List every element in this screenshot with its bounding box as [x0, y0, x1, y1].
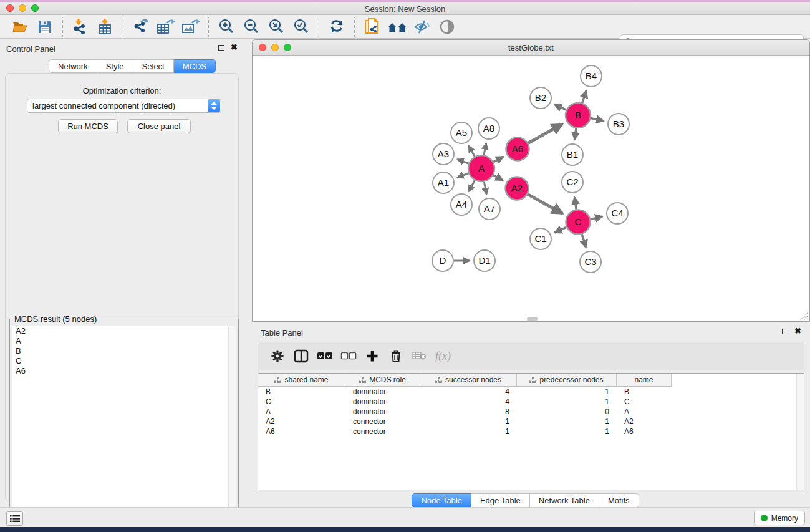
table-cell[interactable]: dominator — [345, 387, 420, 396]
table-cell[interactable]: 1 — [420, 427, 517, 436]
table-cell[interactable]: connector — [345, 417, 420, 426]
close-panel-button[interactable]: Close panel — [127, 119, 191, 133]
table-cell[interactable]: 1 — [517, 397, 617, 406]
graph-edge-C-C1[interactable] — [554, 227, 566, 233]
table-cell[interactable]: 8 — [420, 407, 517, 416]
table-cell[interactable]: A2 — [258, 417, 345, 426]
hide-panel-button[interactable] — [411, 17, 433, 37]
table-cell[interactable]: 1 — [517, 387, 617, 396]
tab-select[interactable]: Select — [133, 59, 174, 73]
table-cell[interactable]: C — [617, 397, 672, 406]
graph-edge-A-A7[interactable] — [484, 182, 486, 195]
graph-edge-A2-C[interactable] — [528, 194, 562, 213]
apply-layout-button[interactable] — [325, 17, 348, 37]
table-cell[interactable]: C — [258, 397, 345, 406]
task-history-button[interactable] — [6, 511, 23, 526]
table-row[interactable]: A6connector11A6 — [258, 427, 804, 437]
table-cell[interactable]: 1 — [420, 417, 517, 426]
graph-edge-A-A4[interactable] — [469, 180, 475, 191]
export-table-button[interactable] — [155, 17, 177, 37]
graph-edge-B-B2[interactable] — [554, 104, 566, 110]
zoom-out-button[interactable] — [240, 17, 263, 37]
zoom-in-button[interactable] — [215, 17, 238, 37]
open-session-button[interactable] — [9, 17, 31, 37]
import-table-button[interactable] — [94, 17, 117, 37]
deselect-all-columns-button[interactable] — [338, 346, 359, 367]
column-header-predecessor-nodes[interactable]: predecessor nodes — [517, 374, 617, 387]
add-column-button[interactable] — [362, 346, 383, 367]
criterion-dropdown[interactable]: largest connected component (directed) — [27, 99, 221, 113]
mcds-result-item[interactable]: A — [12, 336, 236, 346]
float-panel-icon[interactable] — [218, 45, 224, 51]
graph-edge-C-C4[interactable] — [591, 216, 602, 219]
show-panel-button[interactable] — [436, 17, 458, 37]
delete-table-button[interactable] — [409, 346, 430, 367]
table-cell[interactable]: B — [258, 387, 345, 396]
table-row[interactable]: A2connector11A2 — [258, 417, 804, 427]
close-table-panel-icon[interactable]: ✖ — [794, 328, 801, 334]
resize-grip-icon[interactable] — [799, 311, 808, 321]
graph-edge-B-B3[interactable] — [591, 118, 604, 120]
tab-edge-table[interactable]: Edge Table — [471, 493, 530, 508]
new-network-document-button[interactable] — [361, 17, 383, 37]
graph-edge-A-A5[interactable] — [469, 146, 475, 157]
tab-motifs[interactable]: Motifs — [599, 493, 639, 508]
split-table-view-button[interactable] — [291, 346, 312, 367]
graph-edge-A-A8[interactable] — [484, 143, 486, 155]
graph-edge-C-C3[interactable] — [582, 235, 586, 248]
horizontal-scrollbar-thumb[interactable] — [527, 317, 538, 321]
table-cell[interactable]: dominator — [345, 397, 420, 406]
export-image-button[interactable] — [180, 17, 202, 37]
table-row[interactable]: Cdominator41C — [258, 397, 804, 407]
graph-edge-A-A6[interactable] — [493, 157, 503, 162]
graph-edge-A-A3[interactable] — [457, 159, 468, 163]
column-header-name[interactable]: name — [617, 374, 672, 387]
home-button[interactable] — [386, 17, 408, 37]
mcds-result-item[interactable]: C — [12, 356, 236, 366]
table-settings-button[interactable] — [267, 346, 288, 367]
network-window-titlebar[interactable]: testGlobe.txt — [253, 40, 809, 56]
table-cell[interactable]: 4 — [420, 387, 517, 396]
table-cell[interactable]: 1 — [517, 417, 617, 426]
table-row[interactable]: Bdominator41B — [258, 387, 804, 397]
tab-style[interactable]: Style — [97, 59, 133, 73]
table-cell[interactable]: 4 — [420, 397, 517, 406]
column-header-MCDS-role[interactable]: MCDS role — [345, 374, 420, 387]
table-cell[interactable]: connector — [345, 427, 420, 436]
table-cell[interactable]: 1 — [517, 427, 617, 436]
tab-mcds[interactable]: MCDS — [174, 59, 216, 73]
column-header-shared-name[interactable]: shared name — [258, 374, 345, 387]
graph-edge-A6-B[interactable] — [528, 124, 562, 143]
graph-edge-B-B1[interactable] — [574, 128, 576, 140]
table-cell[interactable]: A — [258, 407, 345, 416]
table-cell[interactable]: B — [617, 387, 672, 396]
mcds-result-item[interactable]: B — [12, 346, 236, 356]
zoom-fit-button[interactable] — [265, 17, 287, 37]
tab-network-table[interactable]: Network Table — [530, 493, 599, 508]
tab-network[interactable]: Network — [49, 59, 97, 73]
network-canvas[interactable]: AA1A2A3A4A5A6A7A8BB1B2B3B4CC1C2C3C4DD1 — [253, 56, 809, 322]
import-network-button[interactable] — [69, 17, 92, 37]
select-all-columns-button[interactable] — [314, 346, 335, 367]
table-cell[interactable]: dominator — [345, 407, 420, 416]
mcds-result-item[interactable]: A6 — [12, 366, 236, 376]
mcds-result-item[interactable]: A2 — [12, 326, 236, 336]
mcds-result-list[interactable]: A2ABCA6 — [12, 326, 236, 528]
table-cell[interactable]: A2 — [617, 417, 672, 426]
table-cell[interactable]: 0 — [517, 407, 617, 416]
float-table-panel-icon[interactable] — [782, 329, 788, 334]
function-builder-button[interactable]: f(x) — [435, 350, 451, 363]
run-mcds-button[interactable]: Run MCDS — [58, 119, 118, 133]
table-row[interactable]: Adominator80A — [258, 407, 804, 417]
export-network-button[interactable] — [130, 17, 152, 37]
table-cell[interactable]: A6 — [258, 427, 345, 436]
graph-edge-B-B4[interactable] — [582, 90, 587, 103]
close-panel-icon[interactable]: ✖ — [231, 44, 238, 51]
delete-button[interactable] — [385, 346, 407, 367]
graph-edge-C-C2[interactable] — [574, 197, 576, 209]
graph-edge-A-A2[interactable] — [493, 175, 503, 181]
graph-edge-A-A1[interactable] — [457, 173, 468, 178]
result-scrollbar-track[interactable] — [228, 326, 236, 527]
column-header-successor-nodes[interactable]: successor nodes — [420, 374, 517, 387]
tab-node-table[interactable]: Node Table — [412, 493, 471, 508]
